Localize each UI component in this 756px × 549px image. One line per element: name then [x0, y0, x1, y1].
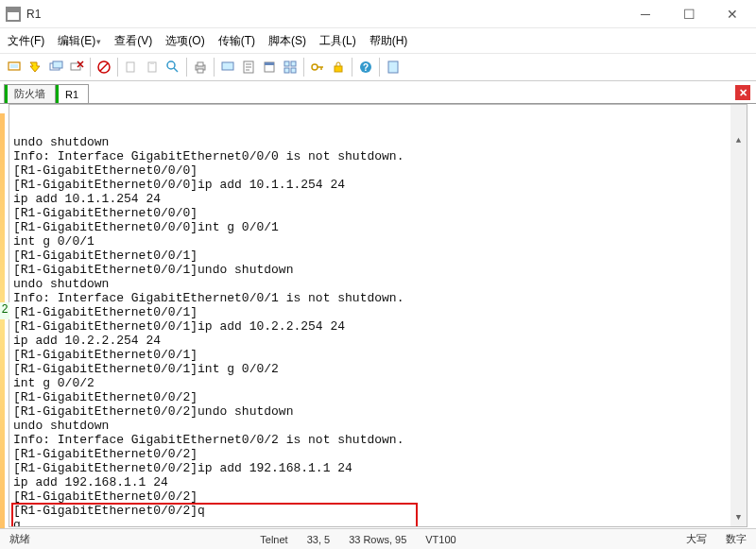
maximize-button[interactable]: ☐: [667, 0, 711, 28]
status-cursor: 33, 5: [298, 534, 339, 545]
terminal-line: int g 0/0/1: [13, 234, 743, 249]
terminal-line: [R1-GigabitEthernet0/0/0]: [13, 163, 743, 178]
copy-icon[interactable]: [121, 57, 142, 77]
disconnect-icon[interactable]: [66, 57, 87, 77]
minimize-button[interactable]: ─: [624, 0, 667, 28]
tab-r1[interactable]: R1: [55, 84, 89, 103]
toolbar-separator: [303, 58, 304, 77]
cancel-icon[interactable]: [94, 57, 114, 77]
svg-rect-16: [265, 62, 274, 65]
paste-icon[interactable]: [142, 57, 163, 77]
session-tabs: 防火墙 R1 ✕: [0, 83, 756, 104]
menu-file[interactable]: 文件(F): [8, 33, 44, 49]
toolbar-separator: [214, 58, 215, 77]
svg-text:?: ?: [363, 62, 369, 73]
toolbar-separator: [90, 58, 91, 77]
terminal-line: int g 0/0/2: [13, 376, 743, 390]
reconnect-icon[interactable]: [45, 57, 66, 77]
terminal-line: [R1-GigabitEthernet0/0/1]: [13, 249, 743, 263]
menu-edit[interactable]: 编辑(E)▾: [58, 33, 101, 49]
svg-rect-11: [198, 62, 203, 66]
help-icon[interactable]: ?: [355, 57, 376, 77]
terminal-line: q: [13, 518, 743, 527]
window-titlebar: R1 ─ ☐ ✕: [0, 0, 756, 28]
tab-active-indicator: [56, 85, 59, 103]
svg-rect-20: [291, 68, 296, 73]
svg-rect-6: [127, 62, 134, 72]
terminal-line: undo shutdown: [13, 135, 743, 149]
terminal-line: undo shutdown: [13, 277, 743, 291]
svg-rect-25: [388, 61, 398, 73]
terminal-line: ip add 192.168.1.1 24: [13, 475, 743, 489]
print-icon[interactable]: [190, 57, 211, 77]
session-options-icon[interactable]: [217, 57, 238, 77]
status-term-type: VT100: [416, 534, 465, 545]
tab-close-button[interactable]: ✕: [735, 85, 750, 100]
app-icon: [6, 7, 21, 22]
window-edge-decoration: [0, 113, 5, 528]
terminal-line: [R1-GigabitEthernet0/0/0]: [13, 206, 743, 220]
menu-tools[interactable]: 工具(L): [319, 33, 356, 49]
terminal-line: [R1-GigabitEthernet0/0/2]: [13, 447, 743, 461]
terminal-line: [R1-GigabitEthernet0/0/2]: [13, 489, 743, 504]
svg-rect-17: [284, 61, 289, 66]
log-icon[interactable]: [238, 57, 259, 77]
tab-active-indicator: [5, 85, 8, 103]
svg-rect-22: [335, 66, 342, 72]
edge-index: 2: [0, 302, 9, 319]
scroll-up-icon[interactable]: ▲: [730, 133, 747, 149]
svg-rect-8: [150, 61, 154, 64]
terminal-line: Info: Interface GigabitEthernet0/0/0 is …: [13, 149, 743, 163]
status-caps: 大写: [677, 532, 716, 546]
svg-rect-18: [291, 61, 296, 66]
window-title: R1: [26, 8, 624, 21]
key-icon[interactable]: [307, 57, 328, 77]
toolbar-separator: [352, 58, 352, 77]
tab-label: 防火墙: [14, 87, 45, 101]
svg-point-21: [312, 64, 318, 70]
terminal-line: ip add 10.2.2.254 24: [13, 334, 743, 348]
status-bar: 就绪 Telnet 33, 5 33 Rows, 95 VT100 大写 数字: [0, 528, 756, 549]
script-icon[interactable]: [383, 57, 404, 77]
terminal-output[interactable]: ▲ ▼ undo shutdownInfo: Interface Gigabit…: [9, 104, 747, 527]
scrollbar[interactable]: ▲ ▼: [730, 105, 747, 526]
status-rows: 33 Rows, 95: [339, 534, 416, 545]
menu-script[interactable]: 脚本(S): [268, 33, 306, 49]
menu-options[interactable]: 选项(O): [165, 33, 204, 49]
svg-rect-1: [10, 64, 18, 68]
tab-label: R1: [65, 89, 78, 100]
close-button[interactable]: ✕: [711, 0, 754, 28]
tab-firewall[interactable]: 防火墙: [4, 84, 56, 103]
status-protocol: Telnet: [250, 534, 297, 545]
svg-point-9: [167, 61, 175, 69]
terminal-line: [R1-GigabitEthernet0/0/2]ip add 192.168.…: [13, 461, 743, 475]
terminal-line: [R1-GigabitEthernet0/0/1]: [13, 348, 743, 362]
terminal-line: [R1-GigabitEthernet0/0/2]q: [13, 504, 743, 518]
menu-view[interactable]: 查看(V): [114, 33, 152, 49]
svg-rect-13: [222, 62, 233, 70]
toolbar-separator: [379, 58, 380, 77]
svg-rect-3: [53, 61, 62, 68]
terminal-line: Info: Interface GigabitEthernet0/0/1 is …: [13, 291, 743, 305]
terminal-line: [R1-GigabitEthernet0/0/1]ip add 10.2.2.2…: [13, 319, 743, 334]
terminal-line: [R1-GigabitEthernet0/0/1]int g 0/0/2: [13, 362, 743, 376]
terminal-line: [R1-GigabitEthernet0/0/2]undo shutdown: [13, 404, 743, 419]
status-ready: 就绪: [0, 532, 40, 546]
connect-icon[interactable]: [4, 57, 25, 77]
lock-icon[interactable]: [328, 57, 349, 77]
terminal-line: [R1-GigabitEthernet0/0/0]int g 0/0/1: [13, 220, 743, 234]
terminal-line: [R1-GigabitEthernet0/0/1]undo shutdown: [13, 263, 743, 277]
status-numlock: 数字: [716, 532, 756, 546]
properties-icon[interactable]: [259, 57, 280, 77]
svg-rect-12: [198, 69, 203, 73]
menu-bar: 文件(F) 编辑(E)▾ 查看(V) 选项(O) 传输(T) 脚本(S) 工具(…: [0, 28, 756, 53]
menu-help[interactable]: 帮助(H): [369, 33, 408, 49]
terminal-line: [R1-GigabitEthernet0/0/1]: [13, 305, 743, 319]
find-icon[interactable]: [163, 57, 183, 77]
terminal-line: Info: Interface GigabitEthernet0/0/2 is …: [13, 433, 743, 447]
scroll-down-icon[interactable]: ▼: [730, 510, 747, 526]
quick-connect-icon[interactable]: [25, 57, 45, 77]
menu-transfer[interactable]: 传输(T): [218, 33, 255, 49]
tile-icon[interactable]: [280, 57, 301, 77]
terminal-line: [R1-GigabitEthernet0/0/2]: [13, 390, 743, 404]
